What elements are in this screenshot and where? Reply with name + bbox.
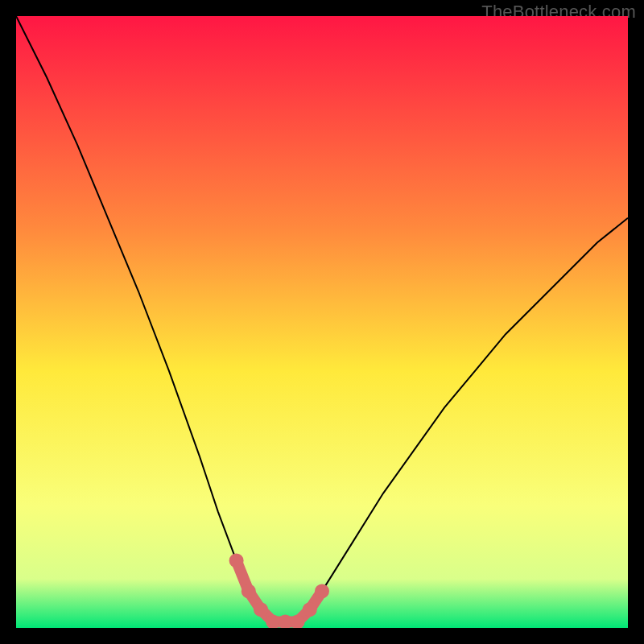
trough-marker-dot (229, 553, 244, 568)
bottleneck-chart (16, 16, 628, 628)
trough-marker-dot (303, 602, 317, 617)
trough-marker-dot (254, 602, 268, 617)
gradient-background (16, 16, 628, 628)
chart-frame: TheBottleneck.com (0, 0, 644, 644)
trough-marker-dot (315, 584, 329, 598)
trough-marker-dot (242, 584, 256, 598)
